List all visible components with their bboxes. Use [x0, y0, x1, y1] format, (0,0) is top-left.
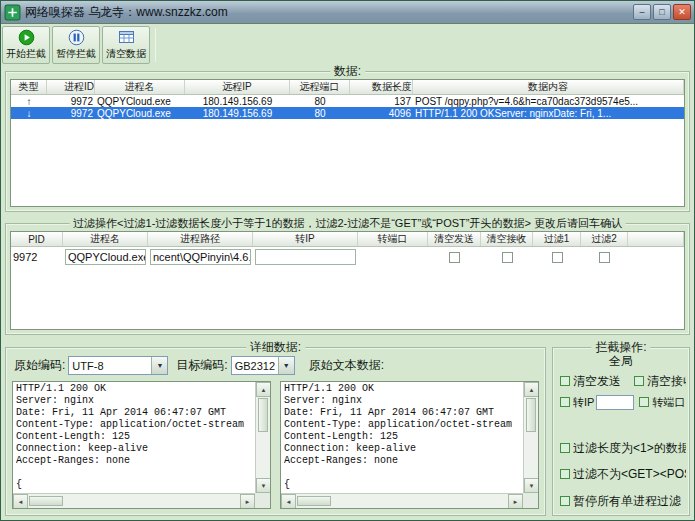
pause-capture-label: 暂停拦截 [56, 47, 96, 61]
column-header-type[interactable]: 类型 [11, 80, 47, 94]
global-clear-recv-checkbox[interactable] [634, 376, 644, 386]
filter-clear-recv-checkbox[interactable] [502, 252, 513, 263]
scroll-up-icon[interactable]: ▲ [524, 382, 539, 397]
column-header-filter1[interactable]: 过滤1 [533, 232, 581, 246]
filter-redirect-port-cell[interactable] [358, 247, 428, 267]
app-icon [4, 4, 21, 21]
column-header-length[interactable]: 数据长度 [350, 80, 413, 94]
start-capture-button[interactable]: 开始拦截 [2, 26, 50, 64]
filter-path-field[interactable]: ncent\QQPinyin\4.6. [150, 249, 251, 265]
start-capture-icon [18, 29, 35, 46]
scroll-right-icon[interactable]: ► [508, 494, 523, 509]
app-window: 网络嗅探器 乌龙寺：www.snzzkz.com – □ ✕ 开始拦截 暂停拦截… [0, 0, 695, 521]
filter-prefix-checkbox[interactable] [560, 469, 570, 479]
packet-row[interactable]: ↑ 9972 QQPYCloud.exe 180.149.156.69 80 1… [11, 95, 684, 107]
column-header-content[interactable]: 数据内容 [413, 80, 684, 94]
column-header-path[interactable]: 进程路径 [148, 232, 253, 246]
pause-all-row: 暂停所有单进程过滤 [560, 493, 686, 509]
filter-redirect-ip-field[interactable] [255, 249, 356, 265]
scrollbar-thumb[interactable] [29, 496, 63, 506]
filter-prefix-row: 过滤不为<GET><POST> [560, 466, 686, 482]
raw-text-pane[interactable]: HTTP/1.1 200 OK Server: nginx Date: Fri,… [280, 381, 539, 509]
pause-all-label: 暂停所有单进程过滤 [573, 493, 681, 509]
packet-content: HTTP/1.1 200 OKServer: nginxDate: Fri, 1… [413, 107, 684, 119]
column-header-redirect-ip[interactable]: 转IP [253, 232, 358, 246]
packet-row-selected[interactable]: ↓ 9972 QQPYCloud.exe 180.149.156.69 80 4… [11, 107, 684, 119]
filter-clear-send-checkbox[interactable] [449, 252, 460, 263]
close-button[interactable]: ✕ [673, 4, 691, 20]
scrollbar-track[interactable] [524, 397, 538, 478]
packet-remote-ip: 180.149.156.69 [185, 95, 290, 107]
scroll-up-icon[interactable]: ▲ [256, 382, 271, 397]
pause-all-checkbox[interactable] [560, 496, 570, 506]
column-header-pid[interactable]: PID [11, 232, 63, 246]
minimize-button[interactable]: – [633, 4, 651, 20]
packet-length: 4096 [350, 107, 413, 119]
scrollbar-thumb[interactable] [526, 398, 536, 432]
column-header-process[interactable]: 进程名 [63, 232, 148, 246]
scroll-down-icon[interactable]: ▼ [256, 478, 271, 493]
horizontal-scrollbar[interactable]: ◄ ► [281, 493, 523, 508]
global-redirect-ip-checkbox[interactable] [560, 397, 570, 407]
vertical-scrollbar[interactable]: ▲ ▼ [523, 382, 538, 493]
global-redirect-port-checkbox[interactable] [639, 397, 649, 407]
packet-remote-ip: 180.149.156.69 [185, 107, 290, 119]
packet-process: QQPYCloud.exe [95, 95, 185, 107]
scroll-down-icon[interactable]: ▼ [524, 478, 539, 493]
packet-table-header: 类型 进程ID 进程名 远程IP 远程端口 数据长度 数据内容 [11, 80, 684, 95]
global-redirect-ip-input[interactable] [596, 395, 634, 410]
column-header-remote-ip[interactable]: 远程IP [185, 80, 290, 94]
intercept-group: 拦截操作: 全局 清空发送 清空接收 转IP 转端口 过滤长度为<1>的数据 过… [552, 347, 690, 516]
filter-group-title: 过滤操作<过滤1-过滤数据长度小于等于1的数据，过滤2-过滤不是“GET”或“P… [69, 216, 626, 230]
source-encoding-select[interactable]: UTF-8 ▼ [68, 356, 168, 375]
filter-pid: 9972 [11, 247, 63, 267]
column-header-pid[interactable]: 进程ID [47, 80, 95, 94]
converted-text-content: HTTP/1.1 200 OK Server: nginx Date: Fri,… [16, 383, 254, 492]
titlebar[interactable]: 网络嗅探器 乌龙寺：www.snzzkz.com – □ ✕ [1, 1, 694, 24]
converted-text-pane[interactable]: HTTP/1.1 200 OK Server: nginx Date: Fri,… [12, 381, 271, 509]
global-clear-send-label: 清空发送 [573, 373, 621, 389]
close-icon: ✕ [678, 8, 686, 17]
scroll-left-icon[interactable]: ◄ [281, 494, 296, 509]
maximize-button[interactable]: □ [653, 4, 671, 20]
packet-content: POST /qqpy.php?v=4.6&h=ca70dac373d9574e5… [413, 95, 684, 107]
start-capture-label: 开始拦截 [6, 47, 46, 61]
scrollbar-track[interactable] [28, 494, 240, 508]
scrollbar-thumb[interactable] [258, 398, 268, 432]
clear-data-icon [118, 29, 135, 46]
horizontal-scrollbar[interactable]: ◄ ► [13, 493, 255, 508]
filter-table[interactable]: PID 进程名 进程路径 转IP 转端口 清空发送 清空接收 过滤1 过滤2 9… [10, 231, 685, 330]
filter-row[interactable]: 9972 QQPYCloud.exe ncent\QQPinyin\4.6. [11, 247, 684, 267]
source-encoding-value: UTF-8 [72, 360, 151, 372]
scroll-right-icon[interactable]: ► [240, 494, 255, 509]
vertical-scrollbar[interactable]: ▲ ▼ [255, 382, 270, 493]
clear-data-button[interactable]: 清空数据 [102, 26, 150, 64]
scroll-left-icon[interactable]: ◄ [13, 494, 28, 509]
column-header-process[interactable]: 进程名 [95, 80, 185, 94]
target-encoding-select[interactable]: GB2312 ▼ [231, 356, 295, 375]
detail-text-panes: HTTP/1.1 200 OK Server: nginx Date: Fri,… [12, 381, 539, 509]
global-clear-send-checkbox[interactable] [560, 376, 570, 386]
scrollbar-track[interactable] [256, 397, 270, 478]
filter-filter1-cell [533, 247, 581, 267]
column-header-remote-port[interactable]: 远程端口 [290, 80, 350, 94]
filter-filter1-checkbox[interactable] [552, 252, 563, 263]
column-header-clear-send[interactable]: 清空发送 [428, 232, 481, 246]
pause-capture-button[interactable]: 暂停拦截 [52, 26, 100, 64]
clear-data-label: 清空数据 [106, 47, 146, 61]
chevron-down-icon[interactable]: ▼ [278, 357, 294, 374]
column-header-filter2[interactable]: 过滤2 [581, 232, 628, 246]
scrollbar-thumb[interactable] [297, 496, 331, 506]
packet-table[interactable]: 类型 进程ID 进程名 远程IP 远程端口 数据长度 数据内容 ↑ 9972 Q… [10, 79, 685, 207]
maximize-icon: □ [659, 8, 664, 17]
packet-pid: 9972 [47, 107, 95, 119]
chevron-down-icon[interactable]: ▼ [151, 357, 167, 374]
column-header-clear-recv[interactable]: 清空接收 [481, 232, 533, 246]
filter-length-checkbox[interactable] [560, 443, 570, 453]
column-header-redirect-port[interactable]: 转端口 [358, 232, 428, 246]
detail-group: 详细数据: 原始编码: UTF-8 ▼ 目标编码: GB2312 ▼ 原始文本数… [5, 347, 546, 516]
filter-filter2-checkbox[interactable] [599, 252, 610, 263]
target-encoding-value: GB2312 [235, 360, 278, 372]
scrollbar-track[interactable] [296, 494, 508, 508]
filter-process-field[interactable]: QQPYCloud.exe [65, 249, 146, 265]
